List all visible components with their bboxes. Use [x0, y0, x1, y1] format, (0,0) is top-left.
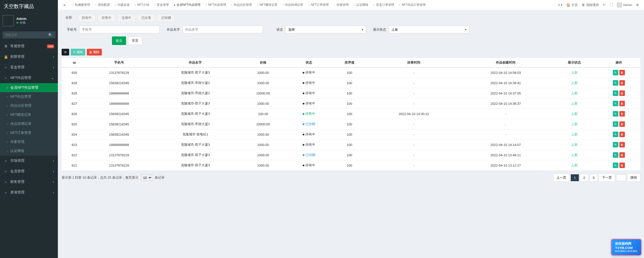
top-tab[interactable]: 作品转增记录	[280, 1, 306, 9]
home-link[interactable]: 🏠 主页	[566, 3, 578, 7]
top-tab[interactable]: 轮播图管理	[70, 1, 93, 9]
row-edit-button[interactable]: ✎	[613, 80, 618, 86]
row-delete-button[interactable]: 🗑	[619, 121, 625, 127]
clear-cache-link[interactable]: 🗑 清除缓存	[582, 3, 599, 7]
sidebar-item[interactable]: ○市场管理	[0, 156, 58, 166]
sidebar-item[interactable]: ○盲盒管理	[0, 62, 58, 73]
top-tab[interactable]: 盲盒订单管理	[371, 1, 396, 9]
top-tab[interactable]: NFT赠送记录	[254, 1, 280, 9]
row-delete-button[interactable]: 🗑	[619, 132, 625, 137]
cell-sale-time: -	[368, 88, 460, 98]
column-header[interactable]: 价格	[239, 58, 287, 67]
filter-tab[interactable]: 已转赠	[157, 14, 175, 22]
phone-input[interactable]	[79, 26, 160, 33]
sidebar-subitem[interactable]: 认证网络	[0, 146, 58, 156]
name-input[interactable]	[182, 26, 263, 33]
bulk-edit-button[interactable]: ✎ 编辑	[71, 49, 85, 56]
language-icon[interactable]: 🏳	[603, 3, 606, 7]
page-number-button[interactable]: 3	[589, 174, 598, 181]
top-tab[interactable]: 作家管理	[331, 1, 351, 9]
top-tab[interactable]: 问题反馈	[112, 1, 132, 9]
menu-search-button[interactable]: 🔍	[45, 31, 56, 38]
row-edit-button[interactable]: ✎	[613, 70, 618, 75]
row-delete-button[interactable]: 🗑	[619, 80, 625, 86]
column-header[interactable]: 排序值	[331, 58, 368, 67]
column-header[interactable]: 作品名字	[151, 58, 239, 67]
sidebar-item[interactable]: ○财务管理	[0, 177, 58, 187]
sidebar-subitem[interactable]: 作品转增记录	[0, 119, 58, 128]
column-header[interactable]: 手机号	[87, 58, 151, 67]
filter-tab[interactable]: 已出售	[137, 14, 155, 22]
row-delete-button[interactable]: 🗑	[619, 152, 625, 158]
row-edit-button[interactable]: ✎	[613, 142, 618, 147]
top-tab[interactable]: NFT订单管理	[306, 1, 331, 9]
row-edit-button[interactable]: ✎	[613, 152, 618, 158]
row-delete-button[interactable]: 🗑	[619, 111, 625, 117]
status-select[interactable]	[286, 26, 366, 33]
table-row: 829 15838218345 克隆城市-帝国大厦2 1000.00 持有中 1…	[62, 78, 640, 88]
row-edit-button[interactable]: ✎	[613, 132, 618, 137]
next-page-button[interactable]: 下一页	[599, 174, 615, 182]
column-header[interactable]: 展示状态	[552, 58, 597, 67]
page-number-button[interactable]: 2	[580, 174, 588, 181]
column-header[interactable]: 操作	[597, 58, 640, 67]
column-header[interactable]: 挂售时间	[368, 58, 460, 67]
top-tab[interactable]: 系统配置	[93, 1, 112, 9]
settings-icon[interactable]: ⚙	[636, 3, 639, 7]
reset-button[interactable]: 重置	[128, 36, 142, 45]
sidebar-item[interactable]: 🔒权限管理	[0, 51, 58, 62]
sidebar-subitem[interactable]: NFT订单管理	[0, 128, 58, 137]
sidebar-subitem[interactable]: 作品分区管理	[0, 101, 58, 110]
fullscreen-icon[interactable]: ⛶	[610, 3, 613, 7]
top-tab[interactable]: 作品分区管理	[229, 1, 254, 9]
column-header[interactable]: 状态	[287, 58, 331, 67]
cell-status: 持有中	[287, 140, 331, 150]
cell-sort: 100	[331, 150, 368, 160]
bulk-delete-button[interactable]: 🗑 删除	[87, 49, 102, 56]
sidebar-subitem[interactable]: NFT作品管理	[0, 92, 58, 101]
submit-button[interactable]: 提交	[112, 36, 126, 45]
jump-page-input[interactable]	[616, 174, 626, 181]
dropdown-menu-icon[interactable]: ≡ ▾	[558, 3, 562, 7]
jump-page-button[interactable]: 跳转	[627, 174, 640, 182]
sidebar-subitem[interactable]: NFT赠送记录	[0, 110, 58, 119]
filter-tab[interactable]: 挂售中	[98, 14, 115, 22]
sidebar-item[interactable]: ○会员管理	[0, 166, 58, 177]
topbar-user[interactable]: Admin	[617, 3, 632, 8]
sidebar-item[interactable]: ○NFT作品管理	[0, 73, 58, 83]
column-header[interactable]: 作品创建时间	[460, 58, 552, 67]
row-edit-button[interactable]: ✎	[613, 101, 618, 106]
row-delete-button[interactable]: 🗑	[619, 101, 625, 106]
filter-row-1: 手机号 作品名字 状态 展示状态	[62, 26, 640, 33]
page-number-button[interactable]: 1	[571, 174, 579, 181]
row-edit-button[interactable]: ✎	[613, 111, 618, 117]
column-header[interactable]: Id	[62, 58, 87, 67]
row-edit-button[interactable]: ✎	[613, 121, 618, 127]
top-tab[interactable]: 盲盒管理	[152, 1, 171, 9]
menu-search-input[interactable]	[3, 31, 45, 38]
filter-tab[interactable]: 全部	[62, 14, 76, 22]
sidebar-subitem[interactable]: 会员NFT作品管理	[0, 83, 58, 92]
filter-tab[interactable]: 交易中	[117, 14, 135, 22]
row-delete-button[interactable]: 🗑	[619, 163, 625, 168]
sidebar-toggle-icon[interactable]: ≡	[60, 3, 69, 7]
row-edit-button[interactable]: ✎	[613, 163, 618, 168]
page-size-select[interactable]: 10	[141, 174, 152, 181]
top-tab[interactable]: NFT介绍	[132, 1, 152, 9]
sidebar-subitem[interactable]: 作家管理	[0, 137, 58, 146]
top-tab[interactable]: NFT作品管理	[203, 1, 229, 9]
display-select[interactable]	[389, 26, 469, 33]
sidebar-item[interactable]: ○奖项管理	[0, 187, 58, 198]
top-tab[interactable]: 认证网络	[351, 1, 371, 9]
row-delete-button[interactable]: 🗑	[619, 142, 625, 147]
filter-tab[interactable]: 持有中	[78, 14, 96, 22]
cell-sort: 100	[331, 109, 368, 119]
refresh-button[interactable]: ⟳	[62, 49, 69, 56]
top-tab[interactable]: 会员NFT作品管理	[171, 1, 203, 9]
top-tab[interactable]: NFT作品订单管理	[397, 1, 428, 9]
row-delete-button[interactable]: 🗑	[619, 70, 625, 75]
row-delete-button[interactable]: 🗑	[619, 90, 625, 96]
prev-page-button[interactable]: 上一页	[553, 174, 570, 182]
row-edit-button[interactable]: ✎	[613, 90, 618, 96]
sidebar-item[interactable]: ⚙常规管理new	[0, 41, 58, 51]
